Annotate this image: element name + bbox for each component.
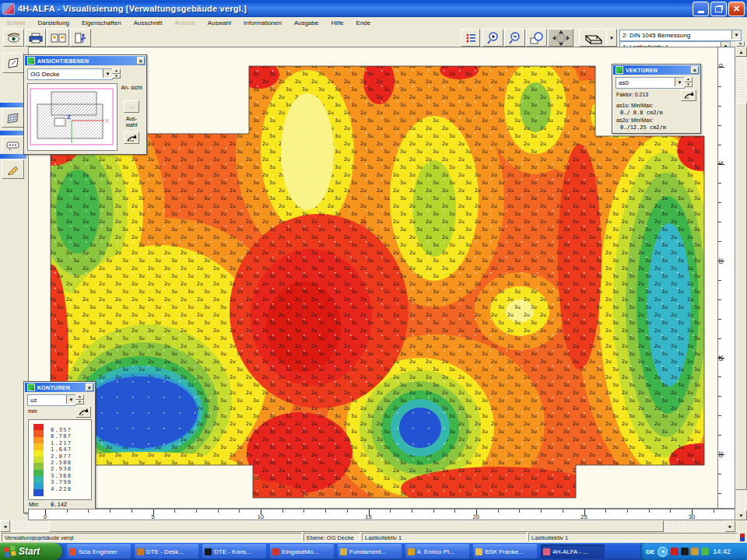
windows-flag-icon <box>4 545 16 558</box>
tray-badge-icon[interactable] <box>701 548 709 555</box>
eye-icon <box>6 33 21 43</box>
vector-type-dropdown-arrow[interactable]: ▼ <box>675 78 684 86</box>
scroll-right-icon[interactable]: ► <box>725 520 735 532</box>
draw-panel-button[interactable] <box>2 159 24 179</box>
level-spinner[interactable]: ▲ ▼ <box>112 68 121 79</box>
start-button[interactable]: Start <box>0 543 62 560</box>
konturen-panel-close-icon[interactable]: × <box>86 383 93 391</box>
spinner-down-icon[interactable]: ▼ <box>112 74 121 79</box>
taskbar-item-5[interactable]: Fundament... <box>338 544 402 558</box>
selection-button[interactable] <box>124 131 139 144</box>
zoom-out-icon <box>508 32 521 44</box>
ruler-label: 0 <box>44 513 47 520</box>
menu-auswahl[interactable]: Auswahl <box>202 19 237 26</box>
scroll-left-icon[interactable]: ◄ <box>0 520 10 532</box>
legend-value: 0.787 <box>51 433 88 439</box>
apply-view-button[interactable]: → <box>124 100 139 113</box>
zoom-in-button[interactable] <box>482 29 503 47</box>
view-3d-dropdown[interactable]: ▼ <box>606 29 617 47</box>
taskbar-item-2[interactable]: DTE - Desk... <box>135 544 198 558</box>
taskbar-item-4[interactable]: EingabeMo... <box>270 544 334 558</box>
menu-ende[interactable]: Ende <box>350 19 377 26</box>
tray-player-icon[interactable] <box>681 548 689 555</box>
legend-value: 4.228 <box>51 486 88 492</box>
level-dropdown-arrow[interactable]: ▼ <box>103 69 112 78</box>
minimized-panel-titlebar[interactable] <box>0 131 26 135</box>
taskbar-item-7[interactable]: BSK Franke... <box>473 544 537 558</box>
help-button[interactable] <box>47 29 69 47</box>
list-settings-icon <box>465 33 476 44</box>
exit-button[interactable] <box>70 29 91 47</box>
start-label: Start <box>19 546 40 557</box>
ansicht-panel-close-icon[interactable]: × <box>137 57 145 65</box>
plane-view-button[interactable] <box>2 53 24 73</box>
view-button[interactable] <box>3 29 24 47</box>
menu-informationen[interactable]: Informationen <box>237 19 288 26</box>
as1o-label: as1o: Min/Max: <box>616 103 653 108</box>
as2o-label: as2o: Min/Max: <box>616 117 653 123</box>
svg-text:X: X <box>105 118 109 124</box>
taskbar-item-3[interactable]: DTE - Kons... <box>202 544 266 558</box>
minimize-button[interactable] <box>693 2 709 16</box>
tray-chevron-icon[interactable]: ◄ <box>658 547 668 557</box>
horizontal-scroll-thumb[interactable] <box>49 520 664 532</box>
menu-ausschnitt[interactable]: Ausschnitt <box>128 19 169 26</box>
scroll-down-icon[interactable]: ▼ <box>735 510 747 520</box>
vektoren-panel-close-icon[interactable]: × <box>691 66 699 74</box>
plane-3d-icon <box>6 58 20 68</box>
language-indicator[interactable]: DE <box>646 548 654 555</box>
konturen-panel-titlebar[interactable]: KONTUREN × <box>25 383 94 392</box>
vektoren-panel: VEKTOREN × as0 ▼ ▲ ▼ Faktor: 0.213 as1o:… <box>612 64 701 134</box>
view-3d-button[interactable] <box>579 29 607 47</box>
vertical-scroll-thumb[interactable] <box>735 103 747 490</box>
legend-value: 2.938 <box>51 466 88 472</box>
taskbar-item-6[interactable]: 4. Enrico Pi... <box>405 544 469 558</box>
contour-quantity-combobox[interactable]: uz ▼ <box>27 394 76 406</box>
menu-darstellung[interactable]: Darstellung <box>31 19 75 26</box>
tray-brush-icon[interactable] <box>691 548 699 555</box>
taskbar-item-label: EingabeMo... <box>282 548 318 555</box>
mesh-panel-button[interactable] <box>2 108 24 128</box>
spinner-down-icon[interactable]: ▼ <box>75 400 84 405</box>
legend-value: 1.647 <box>51 446 88 453</box>
zoom-window-button[interactable] <box>526 29 547 47</box>
zoom-out-button[interactable] <box>504 29 525 47</box>
minimized-panel-titlebar[interactable] <box>0 154 26 159</box>
bemessung-dropdown-arrow[interactable]: ▼ <box>731 30 741 39</box>
menu-eigenschaften[interactable]: Eigenschaften <box>75 19 128 26</box>
tray-media-icon[interactable] <box>671 548 679 555</box>
vector-type-spinner[interactable]: ▲ ▼ <box>684 77 693 87</box>
taskbar-item-1[interactable]: Scia Engineer <box>67 544 131 558</box>
ansicht-ebenen-panel: ANSICHT/EBENEN × OG Decke ▼ ▲ ▼ Z <box>23 54 147 155</box>
alfa-app-icon <box>543 548 550 555</box>
contour-quantity-spinner[interactable]: ▲ ▼ <box>75 394 84 404</box>
vertical-scrollbar[interactable]: ▲ ▼ <box>735 47 747 520</box>
dte-desk-icon <box>137 548 144 555</box>
faktor-label: Faktor: 0.213 <box>616 92 648 97</box>
restore-button[interactable] <box>710 2 727 16</box>
taskbar-item-label: BSK Franke... <box>485 548 524 555</box>
plan-preview[interactable]: Z X <box>27 83 117 151</box>
print-button[interactable] <box>25 29 46 47</box>
vektoren-panel-titlebar[interactable]: VEKTOREN × <box>613 65 700 75</box>
vector-settings-button[interactable] <box>681 89 696 101</box>
scroll-up-icon[interactable]: ▲ <box>735 47 747 57</box>
contour-quantity-dropdown-arrow[interactable]: ▼ <box>66 395 75 404</box>
horizontal-scrollbar[interactable]: ◄ ► <box>0 520 735 532</box>
spinner-down-icon[interactable]: ▼ <box>684 82 693 88</box>
level-combobox[interactable]: OG Decke ▼ <box>27 68 113 80</box>
menu-ausgabe[interactable]: Ausgabe <box>288 19 325 26</box>
contour-settings-button[interactable] <box>75 406 91 418</box>
minimized-panel-titlebar[interactable] <box>0 103 26 107</box>
display-settings-button[interactable] <box>461 29 480 47</box>
taskbar-item-8[interactable]: 4H-ALFA - ... <box>541 544 605 558</box>
bemessung-combobox[interactable]: 2: DIN 1045 Bemessung ▼ <box>619 30 742 41</box>
title-bar: 4H-ALFA - Visualisierung [Verwaltungsgeb… <box>0 0 747 17</box>
vector-type-combobox[interactable]: as0 ▼ <box>615 77 685 89</box>
menu-hilfe[interactable]: Hilfe <box>325 19 350 26</box>
contour-legend: 0.3570.7871.2171.6472.0772.5082.9383.368… <box>28 419 92 500</box>
pan-button[interactable] <box>548 29 573 47</box>
values-panel-button[interactable] <box>2 136 24 155</box>
ansicht-panel-titlebar[interactable]: ANSICHT/EBENEN × <box>25 56 146 65</box>
close-button[interactable]: ✕ <box>728 2 745 16</box>
